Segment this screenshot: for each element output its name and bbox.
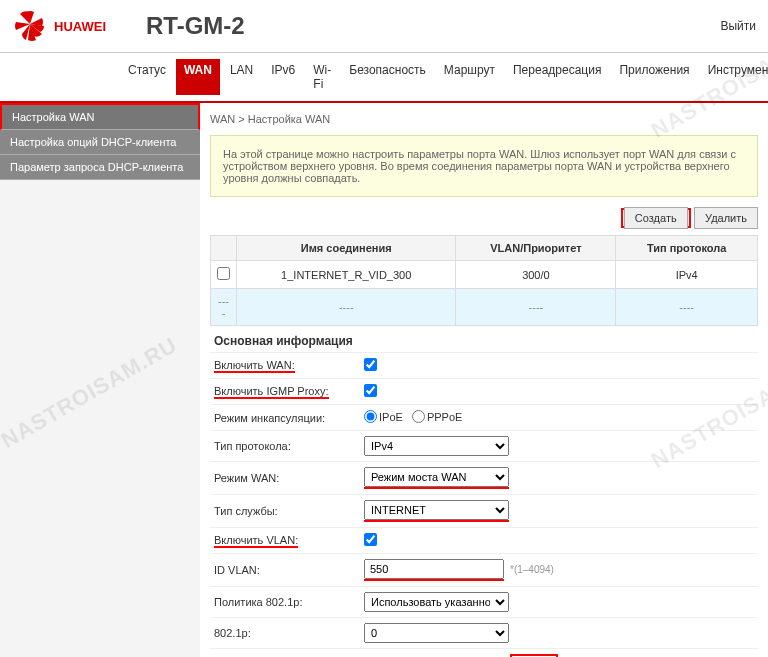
table-actions: Создать Удалить — [210, 207, 758, 229]
info-box: На этой странице можно настроить парамет… — [210, 135, 758, 197]
table-row[interactable]: 1_INTERNET_R_VID_300 300/0 IPv4 — [211, 261, 758, 289]
breadcrumb: WAN > Настройка WAN — [210, 109, 758, 135]
nav-tab-инструменты[interactable]: Инструменты — [700, 59, 768, 95]
policy-label: Политика 802.1p: — [214, 596, 364, 608]
service-select[interactable]: INTERNET — [364, 500, 509, 520]
sidebar-item[interactable]: Настройка опций DHCP-клиента — [0, 130, 200, 155]
nav-tab-безопасность[interactable]: Безопасность — [341, 59, 434, 95]
enable-vlan-checkbox[interactable] — [364, 533, 377, 546]
encap-pppoe-radio[interactable] — [412, 410, 425, 423]
sidebar-item[interactable]: Настройка WAN — [0, 103, 200, 130]
enable-wan-label: Включить WAN: — [214, 359, 295, 373]
p8021-label: 802.1p: — [214, 627, 364, 639]
enable-wan-checkbox[interactable] — [364, 358, 377, 371]
nav-tab-lan[interactable]: LAN — [222, 59, 261, 95]
vlanid-label: ID VLAN: — [214, 564, 364, 576]
logout-link[interactable]: Выйти — [720, 19, 756, 33]
main-nav: СтатусWANLANIPv6Wi-FiБезопасностьМаршрут… — [0, 53, 768, 101]
content: WAN > Настройка WAN На этой странице мож… — [200, 103, 768, 657]
header: HUAWEI RT-GM-2 Выйти — [0, 0, 768, 53]
encap-label: Режим инкапсуляции: — [214, 412, 364, 424]
device-title: RT-GM-2 — [146, 12, 245, 40]
row-select-checkbox[interactable] — [217, 267, 230, 280]
sidebar-item[interactable]: Параметр запроса DHCP-клиента — [0, 155, 200, 180]
nav-tab-wan[interactable]: WAN — [176, 59, 220, 95]
brand-logo: HUAWEI — [12, 8, 106, 44]
table-row: ---------------- — [211, 289, 758, 326]
enable-igmp-checkbox[interactable] — [364, 384, 377, 397]
nav-tab-wi-fi[interactable]: Wi-Fi — [305, 59, 339, 95]
encap-ipoe-radio[interactable] — [364, 410, 377, 423]
nav-tab-маршрут[interactable]: Маршрут — [436, 59, 503, 95]
connections-table: Имя соединения VLAN/Приоритет Тип проток… — [210, 235, 758, 326]
p8021-select[interactable]: 0 — [364, 623, 509, 643]
col-vlan: VLAN/Приоритет — [456, 236, 616, 261]
enable-vlan-label: Включить VLAN: — [214, 534, 298, 548]
policy-select[interactable]: Использовать указанное — [364, 592, 509, 612]
delete-button[interactable]: Удалить — [694, 207, 758, 229]
wanmode-select[interactable]: Режим моста WAN — [364, 467, 509, 487]
sidebar: Настройка WANНастройка опций DHCP-клиент… — [0, 103, 200, 657]
proto-label: Тип протокола: — [214, 440, 364, 452]
create-button[interactable]: Создать — [624, 207, 688, 229]
wanmode-label: Режим WAN: — [214, 472, 364, 484]
brand-text: HUAWEI — [54, 19, 106, 34]
nav-tab-приложения[interactable]: Приложения — [611, 59, 697, 95]
nav-tab-ipv6[interactable]: IPv6 — [263, 59, 303, 95]
proto-select[interactable]: IPv4 — [364, 436, 509, 456]
enable-igmp-label: Включить IGMP Proxy: — [214, 385, 329, 399]
col-name: Имя соединения — [237, 236, 456, 261]
col-proto: Тип протокола — [616, 236, 758, 261]
service-label: Тип службы: — [214, 505, 364, 517]
nav-tab-переадресация[interactable]: Переадресация — [505, 59, 609, 95]
section-basic-info: Основная информация — [210, 326, 758, 352]
vlanid-input[interactable] — [364, 559, 504, 579]
huawei-icon — [12, 8, 48, 44]
nav-tab-статус[interactable]: Статус — [120, 59, 174, 95]
